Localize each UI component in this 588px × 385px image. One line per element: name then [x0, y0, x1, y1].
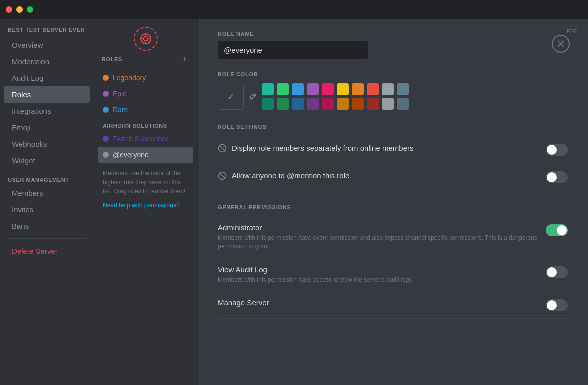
color-swatch[interactable]: [307, 98, 319, 110]
roles-icon: [134, 27, 158, 51]
role-name-input[interactable]: [218, 41, 368, 60]
svg-line-11: [220, 146, 226, 152]
svg-line-9: [250, 99, 251, 100]
settings-panel: ESC ROLE NAME ROLE COLOR ✓: [198, 19, 588, 385]
color-swatch[interactable]: [277, 98, 289, 110]
color-swatch[interactable]: [397, 98, 409, 110]
sidebar-item-widget[interactable]: Widget: [4, 152, 90, 169]
maximize-dot[interactable]: [27, 6, 34, 13]
role-dot-everyone: [103, 152, 109, 158]
role-label-epic: Epic: [113, 90, 126, 98]
role-item-legendary[interactable]: Legendary: [98, 70, 194, 86]
manage-server-toggle[interactable]: [546, 300, 568, 312]
color-swatch[interactable]: [337, 98, 349, 110]
permission-desc-view-audit-log: Members with this permission have access…: [218, 276, 540, 284]
sidebar-invites-label: Invites: [12, 206, 34, 214]
allow-mention-text: Allow anyone to @mention this role: [232, 170, 350, 181]
color-swatch[interactable]: [352, 84, 364, 96]
color-grid: [262, 84, 409, 110]
close-dot[interactable]: [6, 6, 12, 13]
general-permissions-section: GENERAL PERMISSIONS Administrator Member…: [218, 204, 568, 319]
color-swatch[interactable]: [292, 98, 304, 110]
role-color-label: ROLE COLOR: [218, 72, 568, 78]
roles-help-link[interactable]: Need help with permissions?: [98, 200, 194, 211]
roles-panel: ROLES + Legendary Epic Rare AIRHORN SOLU…: [94, 19, 198, 385]
role-item-rare[interactable]: Rare: [98, 102, 194, 118]
sidebar-item-roles[interactable]: Roles: [4, 86, 90, 103]
color-swatch[interactable]: [307, 84, 319, 96]
role-item-epic[interactable]: Epic: [98, 86, 194, 102]
role-name-section-label: ROLE NAME: [218, 31, 568, 37]
sidebar-bans-label: Bans: [12, 222, 29, 230]
view-audit-log-toggle[interactable]: [546, 266, 568, 278]
close-button[interactable]: [552, 35, 570, 53]
role-item-twitch[interactable]: Twitch Subscriber: [98, 131, 194, 147]
color-swatch[interactable]: [262, 98, 274, 110]
display-separately-icon: [218, 144, 227, 155]
color-selected-box[interactable]: ✓: [218, 84, 244, 110]
close-area: ESC: [567, 27, 578, 34]
color-swatch[interactable]: [367, 98, 379, 110]
color-swatch[interactable]: [322, 98, 334, 110]
color-swatch[interactable]: [292, 84, 304, 96]
sidebar-members-label: Members: [12, 189, 44, 198]
role-dot-legendary: [103, 75, 109, 81]
sidebar-divider: [8, 238, 86, 239]
add-role-button[interactable]: +: [180, 55, 190, 64]
role-settings-label: ROLE SETTINGS: [218, 124, 568, 130]
sidebar-item-emoji[interactable]: Emoji: [4, 120, 90, 136]
permission-info-administrator: Administrator Members with this permissi…: [218, 224, 540, 251]
sidebar-item-audit-log[interactable]: Audit Log: [4, 70, 90, 86]
sidebar-moderation-label: Moderation: [12, 58, 50, 66]
sidebar-integrations-label: Integrations: [12, 107, 51, 116]
sidebar-overview-label: Overview: [12, 41, 44, 50]
color-swatch[interactable]: [277, 84, 289, 96]
sidebar-item-members[interactable]: Members: [4, 185, 90, 202]
allow-mention-toggle[interactable]: [546, 172, 568, 184]
sidebar-item-moderation[interactable]: Moderation: [4, 54, 90, 70]
color-swatch[interactable]: [352, 98, 364, 110]
color-swatch[interactable]: [382, 98, 394, 110]
display-separately-toggle[interactable]: [546, 144, 568, 156]
roles-icon-wrapper: [98, 27, 194, 51]
svg-line-8: [254, 95, 255, 96]
roles-panel-label: ROLES: [102, 56, 122, 62]
toggle-row-display-separately: Display role members separately from onl…: [218, 136, 568, 164]
color-swatch[interactable]: [337, 84, 349, 96]
color-swatch[interactable]: [367, 84, 379, 96]
permission-name-manage-server: Manage Server: [218, 298, 540, 307]
permission-row-view-audit-log: View Audit Log Members with this permiss…: [218, 258, 568, 292]
color-swatch[interactable]: [262, 84, 274, 96]
permission-info-manage-server: Manage Server: [218, 298, 540, 309]
color-row-2: [262, 98, 409, 110]
delete-server-label: Delete Server: [12, 247, 58, 256]
permission-row-administrator: Administrator Members with this permissi…: [218, 216, 568, 258]
administrator-toggle[interactable]: [546, 224, 568, 236]
sidebar: BEST TEST SERVER EVER Overview Moderatio…: [0, 19, 94, 385]
role-settings-section: ROLE SETTINGS Display role members separ…: [218, 124, 568, 190]
esc-label: ESC: [567, 29, 578, 34]
role-label-rare: Rare: [113, 106, 128, 114]
sidebar-item-integrations[interactable]: Integrations: [4, 103, 90, 120]
permission-info-view-audit-log: View Audit Log Members with this permiss…: [218, 266, 540, 284]
role-dot-epic: [103, 91, 109, 97]
sidebar-item-webhooks[interactable]: Webhooks: [4, 136, 90, 152]
minimize-dot[interactable]: [16, 6, 23, 13]
color-swatch[interactable]: [322, 84, 334, 96]
color-swatch[interactable]: [382, 84, 394, 96]
sidebar-item-overview[interactable]: Overview: [4, 37, 90, 54]
sidebar-emoji-label: Emoji: [12, 124, 31, 132]
role-dot-rare: [103, 107, 109, 113]
roles-panel-header: ROLES +: [98, 55, 194, 70]
roles-hint: Members use the color of the highest rol…: [98, 163, 194, 200]
sidebar-item-invites[interactable]: Invites: [4, 202, 90, 218]
sidebar-item-delete-server[interactable]: Delete Server: [4, 243, 90, 260]
toggle-label-group-display: Display role members separately from onl…: [218, 143, 540, 155]
color-swatch[interactable]: [397, 84, 409, 96]
eyedropper-icon[interactable]: [247, 91, 259, 103]
sidebar-item-bans[interactable]: Bans: [4, 218, 90, 234]
permission-name-administrator: Administrator: [218, 224, 540, 232]
color-row-1: [262, 84, 409, 96]
general-permissions-label: GENERAL PERMISSIONS: [218, 204, 568, 210]
role-item-everyone[interactable]: @everyone: [98, 147, 194, 163]
